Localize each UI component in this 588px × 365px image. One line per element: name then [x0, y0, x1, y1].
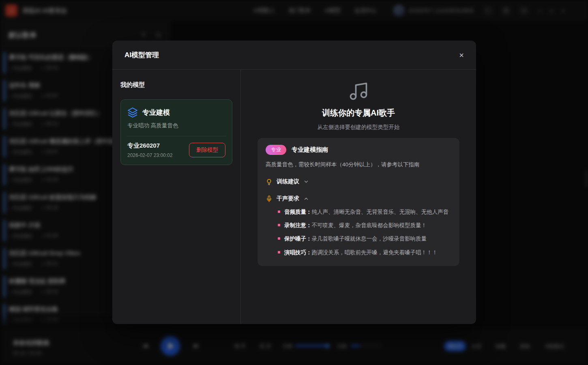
section-training-tips[interactable]: 训练建议: [266, 178, 451, 185]
training-panel: 训练你的专属AI歌手 从左侧选择要创建的模型类型开始 专业 专业建模指南 高质量…: [241, 70, 476, 324]
model-type-desc: 专业唱功 高质量音色: [127, 122, 225, 129]
model-instance-name: 专业260207: [127, 142, 172, 150]
guide-heading: 专业建模指南: [292, 146, 328, 154]
music-note-icon: [348, 81, 369, 102]
vocal-requirements-list: 音频质量：纯人声、清晰无杂音、无背景音乐、无混响、无他人声音 录制注意：不可喷麦…: [266, 208, 451, 256]
chevron-down-icon: [303, 179, 309, 185]
layers-icon: [127, 107, 138, 118]
card-divider: [127, 136, 226, 136]
section-vocal-requirements[interactable]: 干声要求: [266, 195, 451, 202]
chevron-up-icon: [303, 196, 309, 202]
training-title: 训练你的专属AI歌手: [322, 107, 395, 118]
model-created-date: 2026-02-07 23:00:02: [127, 152, 172, 158]
my-models-panel: 我的模型 专业建模 专业唱功 高质量音色 专业260207 2026-02-07…: [112, 70, 241, 324]
bullet-icon: [278, 251, 280, 253]
requirement-item: 保护嗓子：录几首歌嗓子哑就休息一会，沙哑录音影响质量: [266, 235, 451, 243]
bullet-icon: [278, 210, 280, 213]
microphone-icon: [266, 195, 273, 202]
close-icon[interactable]: ×: [459, 51, 464, 59]
training-tips-label: 训练建议: [277, 178, 299, 185]
app-window: ♪ 乐玩AI·AI音乐台 AI唱歌人热门歌单AI模型会员中心 未登录用户·点击登…: [0, 0, 588, 365]
guide-description: 高质量音色，需较长时间样本（40分钟以上），请参考以下指南: [266, 161, 451, 168]
requirement-item: 录制注意：不可喷麦、爆麦，杂音底噪都会影响模型质量！: [266, 222, 451, 229]
dialog-header: AI模型管理 ×: [112, 41, 476, 70]
pro-badge: 专业: [266, 145, 286, 155]
bullet-icon: [278, 237, 280, 240]
delete-model-button[interactable]: 删除模型: [189, 143, 225, 157]
bullet-icon: [278, 224, 280, 226]
requirement-item: 音频质量：纯人声、清晰无杂音、无背景音乐、无混响、无他人声音: [266, 208, 451, 216]
ai-model-manager-dialog: AI模型管理 × 我的模型 专业建模 专业唱功 高质量音色: [112, 41, 476, 324]
model-type-name: 专业建模: [142, 108, 170, 117]
my-models-heading: 我的模型: [120, 81, 232, 89]
model-card-professional[interactable]: 专业建模 专业唱功 高质量音色 专业260207 2026-02-07 23:0…: [120, 99, 232, 165]
dialog-title: AI模型管理: [124, 50, 159, 60]
modeling-guide-card: 专业 专业建模指南 高质量音色，需较长时间样本（40分钟以上），请参考以下指南 …: [258, 138, 459, 266]
lightbulb-icon: [266, 178, 273, 185]
training-subtitle: 从左侧选择要创建的模型类型开始: [318, 124, 400, 131]
requirement-item: 演唱技巧：跑调没关系，唱歌前先开嗓，避免夹着嗓子唱！！！: [266, 249, 451, 256]
vocal-requirements-label: 干声要求: [277, 195, 299, 202]
